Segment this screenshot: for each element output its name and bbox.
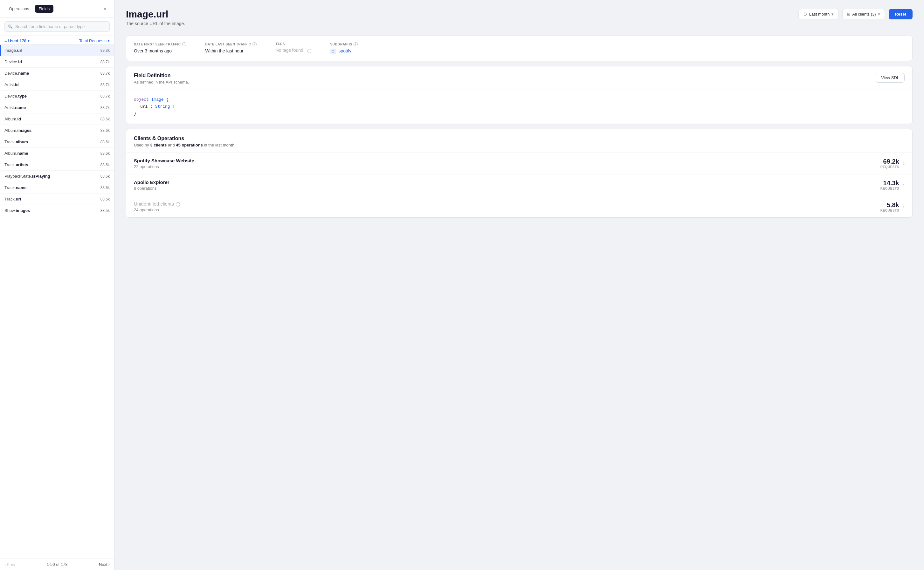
client-right: 14.3k REQUESTS ›: [880, 179, 905, 190]
date-last-seen-label: DATE LAST SEEN TRAFFIC i: [206, 42, 256, 46]
info-icon-last: i: [252, 42, 256, 46]
code-type-image: Image: [151, 97, 164, 102]
field-name: Artist.id: [5, 82, 19, 87]
code-line-3: }: [134, 110, 905, 117]
field-count: 88.5k: [100, 197, 110, 201]
field-name: Track.uri: [5, 197, 21, 201]
collapse-sidebar-button[interactable]: «: [101, 5, 109, 13]
field-definition-card: Field Definition As defined in the API s…: [126, 66, 913, 124]
field-list-item[interactable]: Track.album88.6k: [0, 136, 114, 148]
client-name: Unidentified clientsi: [134, 201, 180, 207]
client-requests-label: REQUESTS: [880, 187, 899, 190]
field-list-item[interactable]: Artist.name88.7k: [0, 102, 114, 113]
filter-total[interactable]: ↓ Total Requests ▾: [76, 38, 110, 43]
field-name: Show.images: [5, 208, 30, 213]
client-name: Apollo Explorer: [134, 179, 169, 185]
field-count: 88.6k: [100, 117, 110, 121]
chevron-down-icon-total: ▾: [108, 39, 110, 43]
subgraph-link[interactable]: ⬡ spotify: [330, 48, 358, 54]
field-name: Album.id: [5, 116, 21, 121]
client-row[interactable]: Apollo Explorer 8 operations 14.3k REQUE…: [126, 175, 912, 196]
field-list-item[interactable]: Track.name88.6k: [0, 182, 114, 193]
filter-bar: ≡ Used 178 ▾ ↓ Total Requests ▾: [0, 36, 114, 45]
client-name: Spotify Showcase Website: [134, 158, 194, 163]
clients-picker[interactable]: ⊞ All clients (3) ▾: [842, 9, 884, 19]
field-count: 88.7k: [100, 94, 110, 98]
client-ops: 8 operations: [134, 186, 169, 191]
prev-page-button[interactable]: ‹ Prev: [5, 562, 15, 567]
sidebar-header: Operations Fields «: [0, 0, 114, 17]
field-list-item[interactable]: Device.type88.7k: [0, 90, 114, 102]
time-picker[interactable]: ⏱ Last month ▾: [798, 9, 838, 19]
field-list-item[interactable]: Album.images88.6k: [0, 125, 114, 136]
client-ops: 22 operations: [134, 164, 194, 169]
client-requests: 5.8k REQUESTS: [880, 201, 899, 212]
chevron-right-icon: ›: [903, 161, 905, 166]
arrow-down-icon: ↓: [76, 39, 78, 43]
info-col-date-first: DATE FIRST SEEN TRAFFIC i Over 3 months …: [134, 42, 186, 54]
field-list-item[interactable]: PlaybackState.isPlaying88.6k: [0, 171, 114, 182]
search-input[interactable]: [15, 24, 106, 29]
field-count: 89.3k: [100, 48, 110, 53]
client-info: Unidentified clientsi 24 operations: [134, 201, 180, 213]
chevron-down-icon-clients: ▾: [878, 12, 880, 17]
field-name: Track.artists: [5, 162, 28, 167]
field-list-item[interactable]: Album.id88.6k: [0, 113, 114, 125]
code-line-1: object Image {: [134, 96, 905, 103]
field-list-item[interactable]: Track.uri88.5k: [0, 193, 114, 205]
view-sdl-button[interactable]: View SDL: [876, 73, 905, 83]
filter-used[interactable]: ≡ Used 178 ▾: [5, 38, 29, 43]
code-keyword-object: object: [134, 97, 149, 102]
field-list-item[interactable]: Album.name88.6k: [0, 148, 114, 159]
client-request-count: 69.2k: [880, 158, 899, 165]
client-info: Spotify Showcase Website 22 operations: [134, 158, 194, 169]
client-row[interactable]: Unidentified clientsi 24 operations 5.8k…: [126, 196, 912, 218]
clients-card-sub: Used by 3 clients and 45 operations in t…: [134, 142, 905, 147]
prev-label: Prev: [7, 562, 15, 567]
clients-operations-card: Clients & Operations Used by 3 clients a…: [126, 129, 913, 218]
client-right: 5.8k REQUESTS ›: [880, 201, 905, 212]
field-list-item[interactable]: Track.artists88.6k: [0, 159, 114, 171]
client-right: 69.2k REQUESTS ›: [880, 158, 905, 169]
info-col-tags: TAGS No tags found. i: [276, 42, 311, 54]
field-list-item[interactable]: Device.name88.7k: [0, 68, 114, 79]
tags-label: TAGS: [276, 42, 311, 46]
info-icon: i: [182, 42, 186, 46]
clients-list: Spotify Showcase Website 22 operations 6…: [126, 153, 912, 218]
filter-icon: ≡: [5, 38, 7, 43]
code-field-url: url: [140, 104, 147, 109]
title-area: Image.url The source URL of the image.: [126, 9, 185, 33]
field-count: 88.7k: [100, 83, 110, 87]
field-definition-sub: As defined in the API schema.: [134, 80, 189, 84]
field-count: 88.6k: [100, 185, 110, 190]
subgraph-icon: ⬡: [330, 49, 336, 54]
date-first-seen-label: DATE FIRST SEEN TRAFFIC i: [134, 42, 186, 46]
next-page-button[interactable]: Next ›: [99, 562, 110, 567]
search-icon: 🔍: [8, 25, 13, 29]
tab-fields[interactable]: Fields: [35, 5, 54, 13]
client-row[interactable]: Spotify Showcase Website 22 operations 6…: [126, 153, 912, 175]
search-container: 🔍: [0, 17, 114, 36]
client-request-count: 14.3k: [880, 179, 899, 187]
code-colon: :: [150, 104, 155, 109]
next-label: Next: [99, 562, 107, 567]
field-count: 88.6k: [100, 140, 110, 144]
field-name: Device.name: [5, 71, 29, 76]
field-list-item[interactable]: Artist.id88.7k: [0, 79, 114, 90]
clients-card-title: Clients & Operations: [134, 136, 905, 141]
field-list-item[interactable]: Image.url89.3k: [0, 45, 114, 56]
field-name: Album.name: [5, 151, 28, 156]
chevron-right-icon: ›: [903, 204, 905, 210]
field-list-item[interactable]: Show.images88.5k: [0, 205, 114, 216]
search-input-wrapper: 🔍: [5, 21, 110, 32]
clients-card-header: Clients & Operations Used by 3 clients a…: [126, 129, 912, 153]
field-name: Album.images: [5, 128, 31, 133]
chevron-right-icon: ›: [108, 562, 110, 567]
header-controls: ⏱ Last month ▾ ⊞ All clients (3) ▾ Reset: [798, 9, 913, 19]
tab-operations[interactable]: Operations: [5, 5, 33, 13]
chevron-down-icon: ▾: [28, 39, 29, 43]
sidebar-tabs: Operations Fields: [5, 5, 54, 13]
field-list-item[interactable]: Device.id88.7k: [0, 56, 114, 68]
clients-picker-label: All clients (3): [852, 12, 876, 17]
reset-button[interactable]: Reset: [889, 9, 913, 19]
